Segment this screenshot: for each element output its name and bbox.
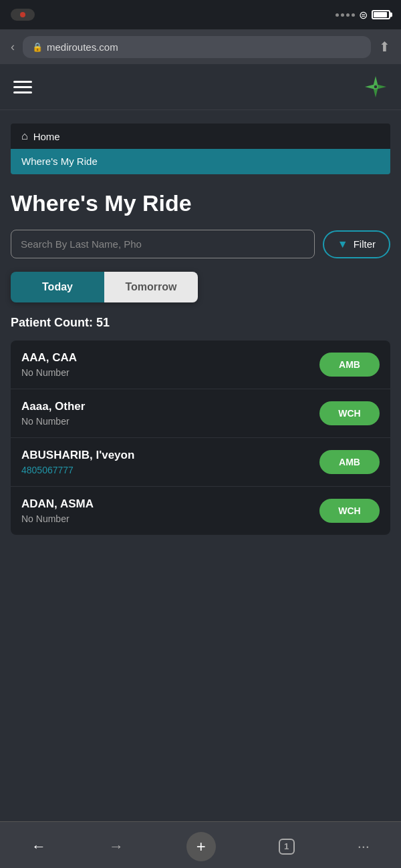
svg-point-4	[374, 85, 378, 89]
patient-row[interactable]: AAA, CAA No Number AMB	[11, 341, 390, 389]
patient-info: Aaaa, Other No Number	[21, 400, 85, 427]
breadcrumb-active-label: Where's My Ride	[21, 156, 98, 167]
bottom-nav: ← → + 1 ···	[0, 821, 401, 868]
tab-today[interactable]: Today	[11, 272, 104, 302]
status-left	[11, 9, 35, 21]
ride-badge: AMB	[319, 353, 380, 377]
compass-icon	[364, 75, 388, 99]
breadcrumb-home-label: Home	[33, 131, 60, 142]
breadcrumb-home[interactable]: ⌂ Home	[11, 124, 390, 149]
add-button[interactable]: +	[186, 832, 216, 861]
main-content: Where's My Ride ▼ Filter Today Tomorrow …	[0, 174, 401, 546]
signal-dot	[341, 13, 344, 17]
browser-bar: ‹ 🔒 mediroutes.com ⬆︎	[0, 29, 401, 64]
day-tabs: Today Tomorrow	[11, 272, 198, 302]
signal-dot	[346, 13, 350, 17]
patient-count: Patient Count: 51	[11, 316, 390, 330]
filter-button[interactable]: ▼ Filter	[323, 230, 390, 258]
camera-pill	[11, 9, 35, 21]
page-title: Where's My Ride	[11, 190, 390, 216]
tab-tomorrow[interactable]: Tomorrow	[104, 272, 198, 302]
share-icon[interactable]: ⬆︎	[379, 39, 390, 55]
home-icon: ⌂	[21, 130, 28, 142]
tab-count-badge[interactable]: 1	[279, 839, 295, 855]
patient-number: No Number	[21, 416, 85, 427]
patient-row[interactable]: Aaaa, Other No Number WCH	[11, 389, 390, 438]
patient-info: AAA, CAA No Number	[21, 351, 77, 378]
filter-icon: ▼	[338, 238, 348, 250]
wifi-icon: ⊜	[359, 9, 368, 21]
hamburger-menu[interactable]	[13, 81, 32, 93]
status-right: ⊜	[336, 9, 390, 21]
breadcrumb: ⌂ Home Where's My Ride	[11, 124, 390, 174]
signal-dot	[352, 13, 355, 17]
patient-number: No Number	[21, 513, 94, 524]
patient-row[interactable]: ADAN, ASMA No Number WCH	[11, 487, 390, 535]
ride-badge: AMB	[319, 450, 380, 474]
signal-dots	[336, 13, 355, 17]
signal-dot	[336, 13, 339, 17]
patient-phone-link[interactable]: 4805067777	[21, 465, 134, 475]
browser-back-icon: ‹	[11, 40, 15, 54]
patient-row[interactable]: ABUSHARIB, I'veyon 4805067777 AMB	[11, 438, 390, 487]
url-text: mediroutes.com	[47, 41, 118, 53]
forward-button[interactable]: →	[109, 838, 124, 855]
patient-name: ADAN, ASMA	[21, 497, 94, 511]
ride-badge: WCH	[319, 499, 380, 523]
ride-badge: WCH	[319, 401, 380, 425]
status-bar: ⊜	[0, 0, 401, 29]
patient-info: ADAN, ASMA No Number	[21, 497, 94, 524]
patient-name: AAA, CAA	[21, 351, 77, 365]
patient-list: AAA, CAA No Number AMB Aaaa, Other No Nu…	[11, 341, 390, 535]
nav-bar	[0, 64, 401, 110]
search-filter-row: ▼ Filter	[11, 230, 390, 258]
patient-name: Aaaa, Other	[21, 400, 85, 413]
search-input[interactable]	[11, 230, 315, 258]
battery-icon	[372, 10, 390, 19]
lock-icon: 🔒	[32, 42, 43, 52]
camera-dot	[20, 12, 25, 17]
patient-name: ABUSHARIB, I'veyon	[21, 449, 134, 462]
back-button[interactable]: ←	[31, 838, 46, 855]
more-button[interactable]: ···	[358, 838, 370, 855]
url-bar[interactable]: 🔒 mediroutes.com	[23, 36, 371, 58]
patient-number: No Number	[21, 367, 77, 378]
breadcrumb-active: Where's My Ride	[11, 149, 390, 174]
patient-info: ABUSHARIB, I'veyon 4805067777	[21, 449, 134, 475]
filter-label: Filter	[354, 238, 376, 250]
